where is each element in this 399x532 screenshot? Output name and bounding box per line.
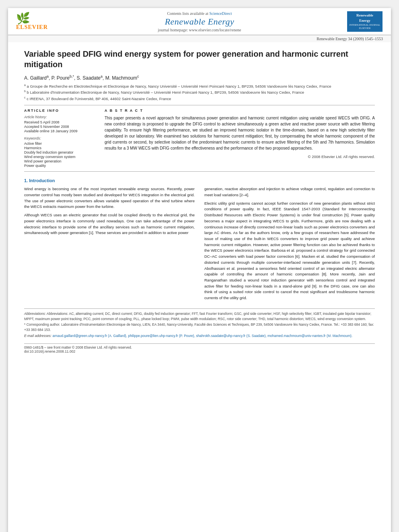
divider-1	[24, 105, 375, 105]
citation-text: Renewable Energy 34 (2009) 1545–1553	[317, 37, 383, 41]
science-direct-link[interactable]: ScienceDirect	[209, 11, 232, 16]
article-info-abstract: Article Info Article history: Received 5…	[24, 109, 375, 168]
issn-line: 0960-1481/$ – see front matter © 2008 El…	[24, 345, 375, 349]
body-para-2: Although WECS uses an electric generator…	[24, 212, 195, 236]
body-text-left: Wind energy is becoming one of the most …	[24, 186, 195, 236]
abstract-col: A B S T R A C T This paper presents a no…	[105, 109, 375, 168]
authors: A. Gaillarda, P. Poureb,*, S. Saadatea, …	[24, 74, 375, 81]
affiliations: a a Groupe de Recherche en Electrotechni…	[24, 83, 375, 102]
journal-title: Renewable Energy	[52, 16, 347, 27]
affiliation-a: a a Groupe de Recherche en Electrotechni…	[24, 83, 375, 89]
journal-meta-top: Contents lists available at ScienceDirec…	[52, 11, 347, 16]
body-col-left: Wind energy is becoming one of the most …	[24, 186, 195, 304]
footnote-corresponding: * Corresponding author. Laboratoire d'In…	[24, 322, 375, 333]
footnote-abbreviations: Abbreviations: Abbreviations: AC, altern…	[24, 311, 375, 322]
body-two-col: Wind energy is becoming one of the most …	[24, 186, 375, 304]
copyright-line: © 2008 Elsevier Ltd. All rights reserved…	[105, 154, 375, 159]
footnote-email: E-mail addresses: arnaud.gaillard@green.…	[24, 333, 375, 339]
keywords-label: Keywords:	[24, 136, 97, 140]
author-saadate: S. Saadate	[77, 75, 101, 81]
body-para-1: Wind energy is becoming one of the most …	[24, 186, 195, 210]
abstract-text: This paper presents a novel approach for…	[105, 115, 375, 151]
citation-bar: Renewable Energy 34 (2009) 1545–1553	[8, 35, 391, 42]
author-gaillard: A. Gaillard	[24, 75, 47, 81]
article-title: Variable speed DFIG wind energy system f…	[24, 49, 375, 70]
affiliation-b: b b Laboratoire d'Instrumentation Electr…	[24, 89, 375, 95]
accepted-date: Accepted 5 November 2008	[24, 125, 97, 129]
body-col-right: generation, reactive absorption and inje…	[204, 186, 375, 304]
journal-url: journal homepage: www.elsevier.com/locat…	[52, 28, 347, 32]
keyword-3: Doubly fed induction generator	[24, 150, 97, 154]
renewable-logo-box: Renewable Energy INTERNATIONAL JOURNALEL…	[347, 11, 383, 32]
available-date: Available online 18 January 2009	[24, 129, 97, 133]
keyword-6: Power quality	[24, 164, 97, 168]
abstract-label: A B S T R A C T	[105, 109, 375, 113]
elsevier-label: ELSEVIER	[16, 24, 48, 31]
keyword-4: Wind energy conversion system	[24, 155, 97, 159]
elsevier-logo: 🌿 ELSEVIER	[16, 11, 52, 31]
received-date: Received 5 April 2008	[24, 120, 97, 124]
footnotes: Abbreviations: Abbreviations: AC, altern…	[24, 308, 375, 339]
bottom-bar: 0960-1481/$ – see front matter © 2008 El…	[24, 343, 375, 353]
body-text-right: generation, reactive absorption and inje…	[204, 186, 375, 301]
divider-2	[24, 171, 375, 172]
article-info-label-heading: Article Info	[24, 109, 97, 113]
author-machmoum: M. Machmoum	[105, 75, 137, 81]
journal-header: 🌿 ELSEVIER Contents lists available at S…	[8, 8, 391, 35]
doi-line: doi:10.1016/j.renene.2008.11.002	[24, 349, 375, 353]
body-para-4: Electric utility grid systems cannot acc…	[204, 201, 375, 301]
affiliation-c: c c IREENA, 37 Boulevard de l'Université…	[24, 96, 375, 102]
elsevier-tree-icon: 🌿	[16, 13, 30, 24]
content: Variable speed DFIG wind energy system f…	[8, 42, 391, 362]
page: 🌿 ELSEVIER Contents lists available at S…	[8, 8, 391, 532]
body-para-3: generation, reactive absorption and inje…	[204, 186, 375, 198]
keyword-5: Wind power generation	[24, 159, 97, 163]
body-section: 1. Introduction Wind energy is becoming …	[24, 178, 375, 304]
history-label: Article history:	[24, 115, 97, 119]
section-1-heading: 1. Introduction	[24, 178, 375, 183]
keyword-1: Active filter	[24, 142, 97, 146]
keyword-2: Harmonics	[24, 146, 97, 150]
author-poure: P. Poure	[51, 75, 70, 81]
article-info-col: Article Info Article history: Received 5…	[24, 109, 97, 168]
renewable-energy-logo: Renewable Energy INTERNATIONAL JOURNALEL…	[347, 11, 383, 32]
journal-header-center: Contents lists available at ScienceDirec…	[52, 11, 347, 32]
